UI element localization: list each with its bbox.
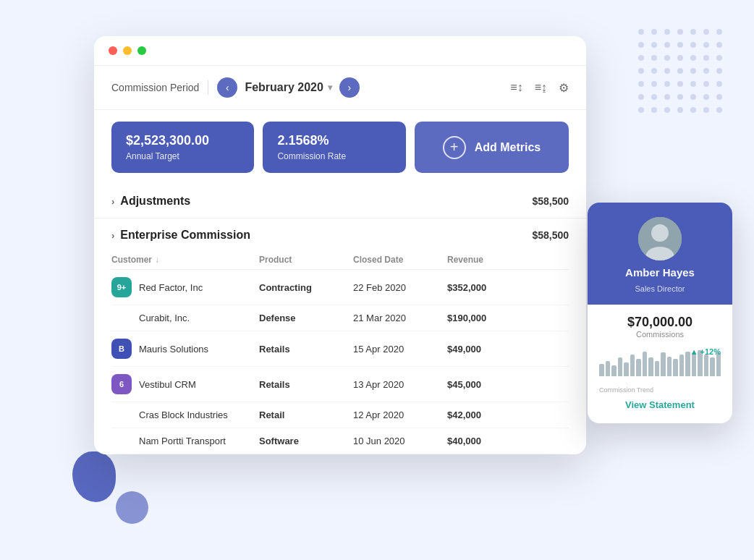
chart-bar [606, 361, 611, 376]
revenue-amount: $40,000 [444, 436, 531, 446]
add-metrics-label: Add Metrics [475, 141, 541, 154]
product-name: Retails [256, 344, 350, 355]
revenue-amount: $49,000 [444, 344, 531, 355]
th-product: Product [256, 255, 350, 265]
profile-header: Amber Hayes Sales Director [588, 203, 732, 305]
th-revenue: Revenue [444, 255, 531, 265]
closed-date: 21 Mar 2020 [350, 313, 444, 323]
blob-decoration-bottom [116, 491, 148, 524]
blob-decoration-left [72, 451, 116, 502]
enterprise-section: › Enterprise Commission $58,500 Customer… [94, 219, 586, 454]
customer-name: Mauris Solutions [139, 344, 208, 355]
profile-card: Amber Hayes Sales Director $70,000.00 Co… [588, 203, 732, 423]
adjustments-label: Adjustments [120, 195, 190, 208]
chart-bar [624, 362, 629, 376]
add-metrics-card[interactable]: + Add Metrics [415, 122, 569, 173]
enterprise-header: › Enterprise Commission $58,500 [111, 229, 569, 242]
chart-bar [667, 357, 672, 376]
profile-body: $70,000.00 Commissions ▲ +12% Commission… [588, 305, 732, 423]
chart-bar [716, 352, 721, 376]
profile-role: Sales Director [635, 284, 685, 293]
chart-bar [661, 352, 666, 376]
trend-value: +12% [700, 347, 721, 356]
settings-icon[interactable]: ⚙ [559, 81, 569, 95]
header-divider [208, 80, 208, 95]
closed-date: 12 Apr 2020 [350, 410, 444, 420]
table-row[interactable]: BMauris SolutionsRetails15 Apr 2020$49,0… [111, 331, 569, 367]
main-window: Commission Period ‹ February 2020 ▾ › ≡↕… [94, 36, 586, 454]
commission-period-label: Commission Period [111, 82, 199, 93]
chart-bar [599, 364, 604, 376]
table-body: 9+Red Factor, IncContracting22 Feb 2020$… [111, 270, 569, 454]
table-row[interactable]: Nam Portti TransportSoftware10 Jun 2020$… [111, 428, 569, 454]
chart-bar [692, 352, 697, 376]
revenue-amount: $45,000 [444, 379, 531, 390]
period-nav: ‹ February 2020 ▾ › [217, 77, 360, 98]
closed-date: 15 Apr 2020 [350, 344, 444, 355]
header-actions: ≡↕ ≡↨ ⚙ [510, 81, 569, 95]
chart-bar [611, 365, 617, 376]
enterprise-chevron-icon: › [111, 230, 114, 241]
customer-name: Nam Portti Transport [139, 436, 226, 446]
th-customer: Customer ↓ [111, 255, 256, 265]
period-text: February 2020 [245, 81, 323, 94]
sort-icon[interactable]: ≡↨ [535, 81, 547, 94]
chart-bar [704, 355, 709, 376]
dot-grid-decoration: for(let i=0;i<49;i++) document.currentSc… [638, 29, 725, 116]
chart-bar [630, 355, 635, 376]
th-closed-date: Closed Date [350, 255, 444, 265]
chart-bar [648, 357, 653, 376]
customer-icon: B [111, 339, 132, 359]
adjustments-row[interactable]: › Adjustments $58,500 [94, 184, 586, 219]
commission-rate-value: 2.1568% [277, 133, 391, 148]
trend-arrow-icon: ▲ [690, 347, 698, 356]
product-name: Software [256, 436, 350, 446]
commissions-amount: $70,000.00 [599, 315, 721, 330]
trend-badge: ▲ +12% [690, 347, 721, 356]
product-name: Retails [256, 379, 350, 390]
period-display: February 2020 ▾ [245, 81, 332, 94]
chart-bar [710, 357, 715, 376]
revenue-amount: $352,000 [444, 282, 531, 293]
chart-bar [618, 357, 623, 376]
revenue-amount: $190,000 [444, 313, 531, 323]
customer-name: Cras Block Industries [139, 410, 228, 420]
chart-bar [636, 359, 641, 376]
scene: for(let i=0;i<49;i++) document.currentSc… [0, 0, 754, 560]
customer-icon: 6 [111, 374, 132, 394]
commissions-label: Commissions [599, 330, 721, 339]
sort-arrow-icon: ↓ [155, 255, 159, 265]
customer-name: Red Factor, Inc [139, 282, 203, 293]
profile-name: Amber Hayes [625, 266, 695, 279]
product-name: Defense [256, 313, 350, 323]
chart-bar [679, 355, 685, 376]
window-maximize-dot[interactable] [137, 46, 146, 55]
revenue-amount: $42,000 [444, 410, 531, 420]
chart-bar [643, 352, 648, 376]
customer-icon: 9+ [111, 277, 132, 297]
table-row[interactable]: Curabit, Inc.Defense21 Mar 2020$190,000 [111, 305, 569, 331]
table-row[interactable]: 6Vestibul CRMRetails13 Apr 2020$45,000 [111, 367, 569, 402]
window-close-dot[interactable] [109, 46, 117, 55]
avatar [638, 217, 682, 260]
product-name: Retail [256, 410, 350, 420]
title-bar [94, 36, 586, 66]
filter-icon[interactable]: ≡↕ [510, 81, 522, 94]
adjustments-amount: $58,500 [532, 195, 569, 207]
next-period-button[interactable]: › [339, 77, 360, 98]
enterprise-title: › Enterprise Commission [111, 229, 250, 242]
customer-name: Vestibul CRM [139, 379, 196, 390]
header: Commission Period ‹ February 2020 ▾ › ≡↕… [94, 66, 586, 110]
table-row[interactable]: Cras Block IndustriesRetail12 Apr 2020$4… [111, 402, 569, 428]
window-minimize-dot[interactable] [123, 46, 132, 55]
closed-date: 13 Apr 2020 [350, 379, 444, 390]
annual-target-card: $2,523,300.00 Annual Target [111, 122, 254, 173]
commission-chart: ▲ +12% [599, 347, 721, 383]
chart-label: Commission Trend [599, 386, 721, 394]
metrics-row: $2,523,300.00 Annual Target 2.1568% Comm… [94, 110, 586, 184]
table-row[interactable]: 9+Red Factor, IncContracting22 Feb 2020$… [111, 270, 569, 305]
closed-date: 10 Jun 2020 [350, 436, 444, 446]
svg-point-1 [651, 224, 669, 242]
view-statement-link[interactable]: View Statement [599, 394, 721, 413]
prev-period-button[interactable]: ‹ [217, 77, 237, 98]
